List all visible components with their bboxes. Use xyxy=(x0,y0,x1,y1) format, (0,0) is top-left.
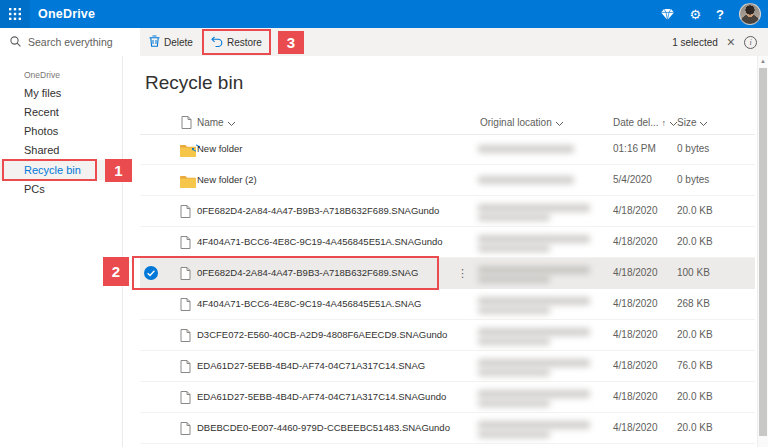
annotation-badge-2: 2 xyxy=(103,257,129,286)
table-row[interactable]: New folder (2) ⋮ 5/4/2020 0 bytes 2 xyxy=(140,165,755,196)
item-name[interactable]: EDA61D27-5EBB-4B4D-AF74-04C71A317C14.SNA… xyxy=(197,351,425,381)
date-deleted: 4/18/2020 xyxy=(613,289,658,319)
item-size: 20.0 KB xyxy=(677,382,713,412)
avatar[interactable] xyxy=(739,3,761,25)
chevron-down-icon xyxy=(556,117,563,128)
item-name[interactable]: D3CFE072-E560-40CB-A2D9-4808F6AEECD9.SNA… xyxy=(197,320,447,350)
toolbar-row: Search everything Delete Restore 3 1 sel… xyxy=(0,28,768,56)
file-icon xyxy=(180,328,191,346)
date-deleted: 4/18/2020 xyxy=(613,320,658,350)
redacted-location xyxy=(478,359,590,367)
item-name[interactable]: New folder xyxy=(197,134,242,164)
app-launcher-icon[interactable] xyxy=(0,0,30,28)
info-icon[interactable]: i xyxy=(744,36,757,49)
file-type-column-icon[interactable] xyxy=(181,116,192,131)
scrollbar-thumb[interactable] xyxy=(759,68,767,436)
file-icon xyxy=(180,235,191,253)
settings-gear-icon[interactable]: ⚙ xyxy=(689,8,701,21)
folder-icon xyxy=(180,174,196,192)
table-row[interactable]: 0FE682D4-2A84-4A47-B9B3-A718B632F689.SNA… xyxy=(140,258,755,289)
sidebar-section-label: OneDrive xyxy=(24,70,122,80)
item-name[interactable]: 4F404A71-BCC6-4E8C-9C19-4A456845E51A.SNA… xyxy=(197,227,443,257)
search-input[interactable]: Search everything xyxy=(0,28,140,56)
clear-selection-icon[interactable]: × xyxy=(727,35,735,49)
date-deleted: 4/18/2020 xyxy=(613,351,658,381)
redacted-location xyxy=(478,400,550,407)
date-deleted: 4/18/2020 xyxy=(613,196,658,226)
chevron-down-icon xyxy=(228,117,235,128)
table-row[interactable]: 4F404A71-BCC6-4E8C-9C19-4A456845E51A.SNA… xyxy=(140,227,755,258)
selected-check-icon[interactable] xyxy=(144,266,158,284)
sidebar-item-my-files[interactable]: My files xyxy=(0,84,122,103)
file-icon xyxy=(180,421,191,439)
column-name[interactable]: Name xyxy=(197,117,235,128)
item-name[interactable]: DBEBCDE0-E007-4460-979D-CCBEEBC51483.SNA… xyxy=(197,413,450,443)
table-row[interactable]: D3CFE072-E560-40CB-A2D9-4808F6AEECD9.SNA… xyxy=(140,320,755,351)
app-title: OneDrive xyxy=(38,7,95,21)
scrollbar-up-arrow-icon[interactable]: ▲ xyxy=(758,58,768,64)
item-size: 20.0 KB xyxy=(677,413,713,443)
redacted-location xyxy=(478,297,590,305)
redacted-location xyxy=(478,176,574,184)
redacted-location xyxy=(478,245,550,252)
table-row[interactable]: New folder ⋮ 01:16 PM 0 bytes 2 xyxy=(140,134,755,165)
file-icon xyxy=(180,266,191,284)
date-deleted: 4/18/2020 xyxy=(613,382,658,412)
scrollbar[interactable]: ▲ xyxy=(757,56,768,447)
annotation-badge-1: 1 xyxy=(105,159,132,182)
table-row[interactable]: DBEBCDE0-E007-4460-979D-CCBEEBC51483.SNA… xyxy=(140,413,755,444)
restore-undo-icon xyxy=(211,36,223,49)
table-row[interactable]: EDA61D27-5EBB-4B4D-AF74-04C71A317C14.SNA… xyxy=(140,351,755,382)
help-icon[interactable]: ? xyxy=(716,8,724,21)
date-deleted: 01:16 PM xyxy=(613,134,656,164)
item-name[interactable]: 0FE682D4-2A84-4A47-B9B3-A718B632F689.SNA… xyxy=(197,196,439,226)
redacted-location xyxy=(478,145,574,153)
date-deleted: 4/18/2020 xyxy=(613,413,658,443)
sidebar: OneDrive My files Recent Photos Shared R… xyxy=(0,56,123,447)
sidebar-item-shared[interactable]: Shared xyxy=(0,141,122,160)
restore-button[interactable]: Restore xyxy=(204,30,269,54)
delete-button[interactable]: Delete xyxy=(142,30,200,54)
item-name[interactable]: 0FE682D4-2A84-4A47-B9B3-A718B632F689.SNA… xyxy=(197,258,418,288)
column-original-location[interactable]: Original location xyxy=(480,117,563,128)
table-row[interactable]: 0FE682D4-2A84-4A47-B9B3-A718B632F689.SNA… xyxy=(140,196,755,227)
item-name[interactable]: EDA61D27-5EBB-4B4D-AF74-04C71A317C14.SNA… xyxy=(197,382,446,412)
annotation-badge-3: 3 xyxy=(278,31,304,54)
redacted-location xyxy=(478,307,550,314)
more-options-icon[interactable]: ⋮ xyxy=(457,258,468,288)
item-size: 0 bytes xyxy=(677,134,709,164)
search-placeholder: Search everything xyxy=(28,36,113,48)
premium-diamond-icon[interactable] xyxy=(661,9,674,20)
redacted-location xyxy=(478,204,590,212)
column-date-deleted[interactable]: Date del...↑ xyxy=(613,117,677,128)
item-name[interactable]: New folder (2) xyxy=(197,165,257,195)
search-icon xyxy=(10,36,21,49)
date-deleted: 4/18/2020 xyxy=(613,227,658,257)
column-size[interactable]: Size xyxy=(677,117,707,128)
redacted-location xyxy=(478,421,590,429)
table-row[interactable]: EDA61D27-5EBB-4B4D-AF74-04C71A317C14.SNA… xyxy=(140,382,755,413)
redacted-location xyxy=(478,235,590,243)
item-size: 0 bytes xyxy=(677,165,709,195)
redacted-location xyxy=(478,214,550,221)
item-size: 20.0 KB xyxy=(677,320,713,350)
chevron-down-icon xyxy=(700,117,707,128)
command-bar: Delete Restore 3 1 selected × i xyxy=(140,28,768,56)
file-icon xyxy=(180,204,191,222)
sort-ascending-icon: ↑ xyxy=(662,118,667,128)
table-row[interactable]: 4F404A71-BCC6-4E8C-9C19-4A456845E51A.SNA… xyxy=(140,289,755,320)
main-content: Recycle bin Name Original location Date … xyxy=(123,56,757,447)
sidebar-item-photos[interactable]: Photos xyxy=(0,122,122,141)
selection-cluster: 1 selected × i xyxy=(672,35,768,49)
item-size: 20.0 KB xyxy=(677,227,713,257)
sidebar-item-recent[interactable]: Recent xyxy=(0,103,122,122)
date-deleted: 4/18/2020 xyxy=(613,258,658,288)
redacted-location xyxy=(478,266,590,274)
redacted-location xyxy=(478,390,590,398)
redacted-location xyxy=(478,276,550,283)
item-size: 100 KB xyxy=(677,258,710,288)
sidebar-item-pcs[interactable]: PCs xyxy=(0,180,122,199)
annotation-box-restore: Restore xyxy=(202,29,271,55)
sidebar-item-recycle-bin[interactable]: Recycle bin 1 xyxy=(0,160,122,180)
item-name[interactable]: 4F404A71-BCC6-4E8C-9C19-4A456845E51A.SNA… xyxy=(197,289,421,319)
